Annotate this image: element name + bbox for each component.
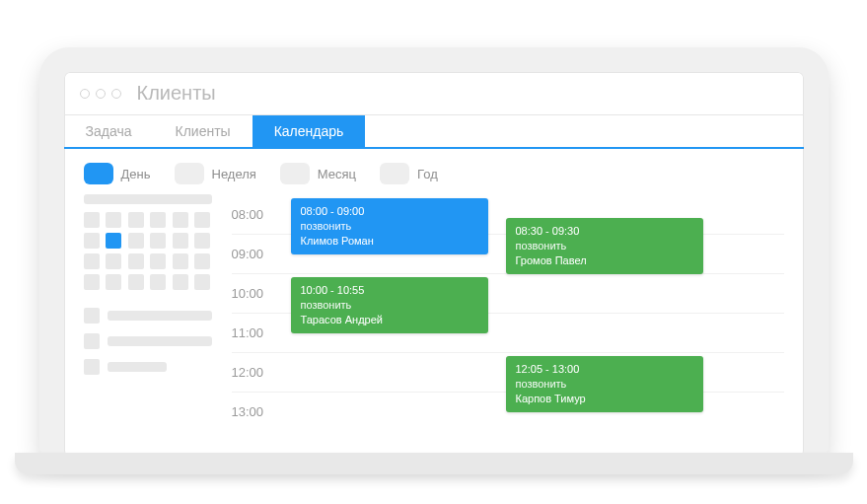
- mini-calendar-header: [84, 194, 212, 204]
- calendar-event[interactable]: 12:05 - 13:00позвонитьКарпов Тимур: [506, 356, 703, 412]
- laptop-frame: Клиенты Задача Клиенты Календарь День Не…: [39, 47, 829, 457]
- event-action: позвонить: [516, 239, 693, 253]
- window-controls: [80, 89, 121, 99]
- mini-cal-day[interactable]: [150, 253, 166, 269]
- list-item[interactable]: [84, 333, 212, 349]
- mini-cal-day[interactable]: [150, 233, 166, 249]
- window-titlebar: Клиенты: [64, 72, 804, 115]
- view-day-chip: [84, 163, 113, 184]
- mini-cal-day-selected[interactable]: [106, 233, 121, 249]
- tab-tasks[interactable]: Задача: [64, 115, 154, 147]
- event-client: Климов Роман: [301, 234, 478, 249]
- mini-cal-day[interactable]: [173, 233, 188, 249]
- mini-cal-day[interactable]: [173, 253, 188, 269]
- mini-cal-day[interactable]: [128, 212, 144, 228]
- list-item[interactable]: [84, 308, 212, 324]
- time-label: 09:00: [232, 247, 281, 261]
- maximize-icon[interactable]: [111, 89, 121, 99]
- event-time: 08:30 - 09:30: [516, 224, 693, 239]
- list-icon: [84, 333, 100, 349]
- sidebar: [84, 194, 212, 431]
- minimize-icon[interactable]: [96, 89, 106, 99]
- time-label: 10:00: [232, 286, 281, 301]
- app-window: Клиенты Задача Клиенты Календарь День Не…: [64, 72, 804, 457]
- main-tabs: Задача Клиенты Календарь: [64, 115, 804, 149]
- view-year-label: Год: [417, 167, 438, 181]
- laptop-base: [15, 453, 853, 474]
- view-year-chip: [380, 163, 409, 184]
- events-layer: 08:00 - 09:00позвонитьКлимов Роман08:30 …: [291, 194, 784, 431]
- event-time: 12:05 - 13:00: [516, 362, 693, 377]
- time-label: 13:00: [232, 404, 281, 419]
- event-time: 10:00 - 10:55: [301, 283, 478, 298]
- view-month[interactable]: Месяц: [280, 163, 356, 184]
- event-time: 08:00 - 09:00: [301, 204, 478, 219]
- list-text: [108, 362, 167, 372]
- time-label: 11:00: [232, 325, 281, 340]
- event-client: Карпов Тимур: [516, 392, 693, 406]
- close-icon[interactable]: [80, 89, 90, 99]
- view-week[interactable]: Неделя: [175, 163, 256, 184]
- window-title: Клиенты: [137, 82, 216, 105]
- mini-calendar[interactable]: [84, 212, 212, 290]
- mini-cal-day[interactable]: [106, 253, 121, 269]
- calendar-event[interactable]: 08:30 - 09:30позвонитьГромов Павел: [506, 218, 703, 274]
- time-label: 12:00: [232, 365, 281, 380]
- mini-cal-day[interactable]: [84, 274, 100, 290]
- view-day-label: День: [121, 167, 151, 181]
- calendar-event[interactable]: 08:00 - 09:00позвонитьКлимов Роман: [291, 198, 488, 254]
- mini-cal-day[interactable]: [150, 274, 166, 290]
- mini-cal-day[interactable]: [128, 274, 144, 290]
- tab-calendar[interactable]: Календарь: [253, 115, 366, 147]
- content-area: 08:00 09:00 10:00 11:00 12:00 13:00 08:0…: [64, 194, 804, 451]
- time-label: 08:00: [232, 207, 281, 222]
- list-text: [108, 336, 212, 346]
- mini-cal-day[interactable]: [194, 212, 210, 228]
- tab-clients[interactable]: Клиенты: [153, 115, 252, 147]
- list-icon: [84, 359, 100, 375]
- mini-cal-day[interactable]: [173, 274, 188, 290]
- mini-cal-day[interactable]: [173, 212, 188, 228]
- view-day[interactable]: День: [84, 163, 151, 184]
- mini-cal-day[interactable]: [84, 212, 100, 228]
- list-item[interactable]: [84, 359, 212, 375]
- event-client: Тарасов Андрей: [301, 313, 478, 327]
- view-month-label: Месяц: [318, 167, 356, 181]
- view-month-chip: [280, 163, 310, 184]
- mini-cal-day[interactable]: [194, 253, 210, 269]
- day-schedule: 08:00 09:00 10:00 11:00 12:00 13:00 08:0…: [232, 194, 784, 431]
- mini-cal-day[interactable]: [194, 233, 210, 249]
- event-action: позвонить: [301, 298, 478, 313]
- list-icon: [84, 308, 100, 324]
- mini-cal-day[interactable]: [128, 253, 144, 269]
- list-text: [108, 311, 212, 321]
- event-client: Громов Павел: [516, 253, 693, 268]
- calendar-event[interactable]: 10:00 - 10:55позвонитьТарасов Андрей: [291, 277, 488, 333]
- view-year[interactable]: Год: [380, 163, 438, 184]
- view-week-chip: [175, 163, 204, 184]
- view-switcher: День Неделя Месяц Год: [64, 149, 804, 194]
- view-week-label: Неделя: [212, 167, 256, 181]
- mini-cal-day[interactable]: [194, 274, 210, 290]
- mini-cal-day[interactable]: [106, 212, 121, 228]
- mini-cal-day[interactable]: [84, 233, 100, 249]
- event-action: позвонить: [301, 219, 478, 234]
- mini-cal-day[interactable]: [106, 274, 121, 290]
- mini-cal-day[interactable]: [84, 253, 100, 269]
- event-action: позвонить: [516, 377, 693, 392]
- mini-cal-day[interactable]: [150, 212, 166, 228]
- mini-cal-day[interactable]: [128, 233, 144, 249]
